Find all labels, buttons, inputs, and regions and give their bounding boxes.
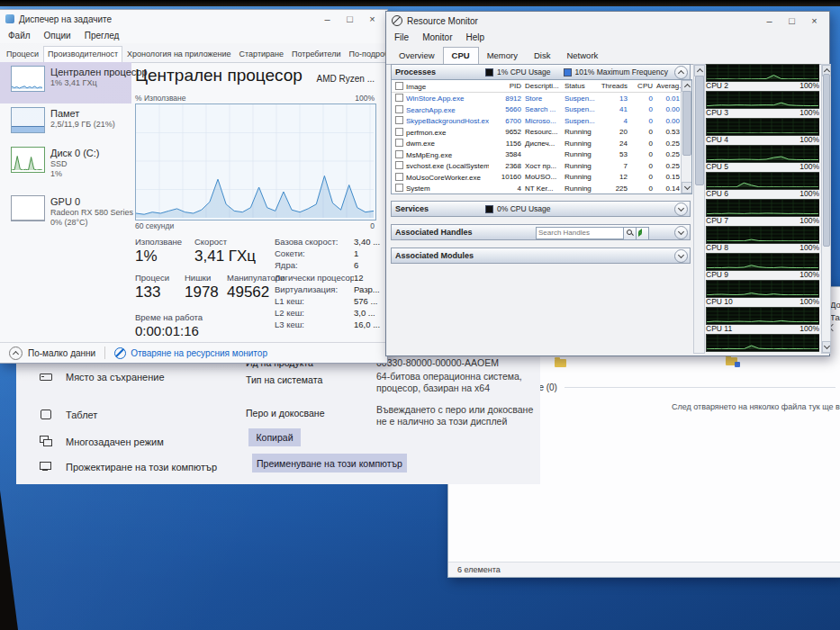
column-header[interactable]: Averag... [655,82,682,90]
file-list-item[interactable]: Тази ко [830,312,840,322]
tm-tab[interactable]: Производителност [43,46,122,63]
menu-item[interactable]: Help [465,32,484,42]
process-cell: 24 [599,140,629,148]
table-scrollbar[interactable] [681,80,691,194]
scrollbar-thumb[interactable] [682,91,691,156]
process-checkbox[interactable] [395,161,403,169]
scroll-down-button[interactable] [822,341,831,353]
mem-mini-graph [11,107,45,133]
close-button[interactable]: × [803,13,826,29]
sidebar-item-gpu[interactable]: GPU 0Radeon RX 580 Series0% (28°C) [0,192,131,244]
expand-modules-button[interactable] [674,249,688,263]
search-handles-input[interactable] [536,227,628,239]
file-list-item[interactable]: Докум [830,300,840,310]
resource-monitor-titlebar[interactable]: Resource Monitor – □ × [386,12,829,30]
menu-item[interactable]: Monitor [422,32,452,42]
process-row[interactable]: SearchApp.exe5660Search ...Suspen...4100… [392,104,691,116]
rm-tab[interactable]: Memory [479,48,526,64]
rm-tab[interactable]: Overview [391,48,443,64]
product-id-value: 00330-80000-00000-AAOEM [376,357,499,368]
folder-icon[interactable] [726,357,737,365]
expand-services-button[interactable] [674,202,688,216]
process-cell: perfmon.exe [392,128,489,137]
cpu-usage-key-label: 1% CPU Usage [497,68,551,76]
rm-tab[interactable]: CPU [443,47,479,65]
column-header[interactable]: Status [563,82,599,90]
process-row[interactable]: dwm.exe1156Диспеч...Running2400.25 [392,138,691,149]
task-manager-titlebar[interactable]: Диспечер на задачите – □ × [0,10,387,28]
copy-button[interactable]: Копирай [248,428,301,446]
process-row[interactable]: MsMpEng.exe3584Running5300.25 [392,149,691,161]
expand-handles-button[interactable] [674,226,688,239]
process-checkbox[interactable] [395,128,403,136]
scrollbar-thumb[interactable] [823,74,830,247]
tm-tab[interactable]: По-подробно [346,47,387,62]
maximize-button[interactable]: □ [781,13,803,29]
refresh-icon[interactable] [636,227,649,240]
stat-label: Време на работа [135,312,203,322]
less-details-button[interactable]: По-малко данни [28,348,95,358]
detail-value: 1 [354,248,358,260]
sidebar-item-mem[interactable]: Памет2,5/11,9 ГБ (21%) [0,104,131,143]
menu-item[interactable]: File [394,32,409,42]
tm-tab[interactable]: Хронология на приложение [123,47,235,62]
cpu-panel-scrollbar[interactable] [821,64,831,354]
maximize-button[interactable]: □ [339,11,361,27]
handles-section-header[interactable]: Associated Handles [391,224,691,240]
column-header[interactable]: Image [392,82,489,91]
process-checkbox[interactable] [395,105,403,113]
cpu-panel-title: Централен процесор [135,66,303,86]
scrollbar-thumb[interactable] [695,76,704,185]
process-cell: 13 [599,94,629,103]
settings-sidebar-item[interactable]: Прожектиране на този компютър [40,461,217,472]
process-checkbox[interactable] [395,116,403,124]
process-row[interactable]: perfmon.exe9652Resourc...Running2000.53 [392,127,691,139]
process-checkbox[interactable] [395,173,403,181]
process-row[interactable]: svchost.exe (LocalSystemNetwo...2368Хост… [392,160,691,172]
process-row[interactable]: SkypeBackgroundHost.exe6700Microso...Sus… [392,115,691,127]
detail-label: Логически процесори: [275,273,354,284]
column-header[interactable]: Threads [599,82,629,90]
column-header[interactable]: PID [489,82,523,90]
select-all-checkbox[interactable] [395,82,403,90]
menu-item[interactable]: Файл [8,31,31,40]
settings-sidebar-item[interactable]: Място за съхранение [40,371,165,382]
rm-tab[interactable]: Network [558,48,606,64]
process-checkbox[interactable] [395,150,403,158]
processes-section-header[interactable]: Processes 1% CPU Usage 101% Maximum Freq… [391,64,691,80]
modules-section-header[interactable]: Associated Modules [391,248,691,264]
process-row[interactable]: WinStore.App.exe8912StoreSuspen...1300.0… [392,93,691,104]
settings-item-label: Таблет [66,410,97,420]
core-scale: 100% [799,297,819,307]
process-checkbox[interactable] [395,184,403,192]
minimize-button[interactable]: – [758,13,781,29]
tm-tab[interactable]: Процеси [3,47,42,62]
process-checkbox[interactable] [395,94,403,102]
process-checkbox[interactable] [395,139,403,147]
open-resource-monitor-link[interactable]: Отваряне на ресурсния монитор [131,348,267,358]
process-row[interactable]: System4NT Ker...Running22500.14 [392,183,691,194]
main-scrollbar[interactable] [693,64,705,354]
menu-item[interactable]: Преглед [85,31,120,40]
sidebar-item-cpu[interactable]: Централен процесор1% 3,41 ГХц [0,62,131,104]
settings-sidebar-item[interactable]: Многозадачен режим [40,436,164,447]
settings-sidebar-item[interactable]: Таблет [40,409,97,420]
collapse-processes-button[interactable] [674,66,688,79]
column-header[interactable]: CPU [629,82,655,90]
sidebar-item-disk[interactable]: Диск 0 (C:)SSD1% [0,143,131,192]
scroll-down-button[interactable] [682,182,692,194]
minimize-button[interactable]: – [316,11,339,27]
close-button[interactable]: × [361,11,384,27]
cpu-core-graph [706,145,819,163]
tm-tab[interactable]: Стартиране [236,47,287,62]
rm-tab[interactable]: Disk [526,48,558,64]
search-icon[interactable] [623,227,637,240]
services-section-header[interactable]: Services 0% CPU Usage [391,201,691,217]
cpu-core-graph [706,253,819,271]
menu-item[interactable]: Опции [44,31,71,40]
process-row[interactable]: MoUsoCoreWorker.exe10160MoUSO...Running1… [392,172,691,184]
tm-tab[interactable]: Потребители [288,47,345,62]
rename-pc-button[interactable]: Преименуване на този компютър [252,454,407,472]
folder-icon[interactable] [555,359,566,367]
column-header[interactable]: Descripti... [523,82,563,90]
